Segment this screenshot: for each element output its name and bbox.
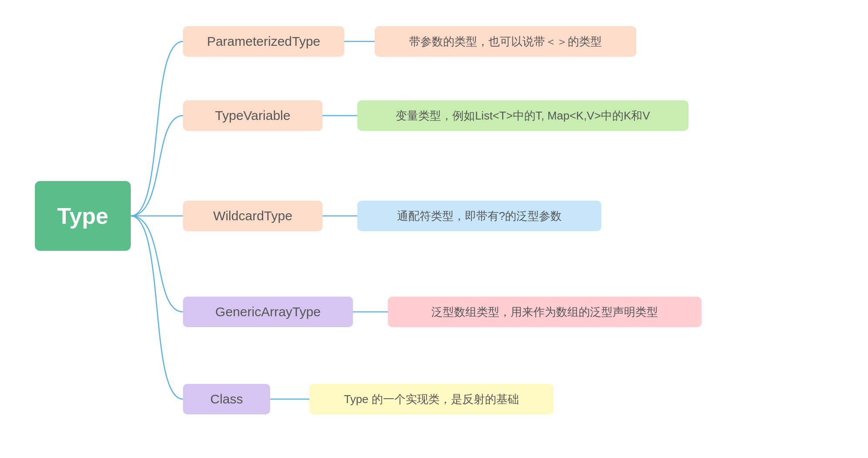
desc-class: Type 的一个实现类，是反射的基础 [309, 384, 553, 414]
root-label: Type [57, 203, 108, 229]
child-typevariable: TypeVariable [183, 100, 322, 131]
child-typevariable-label: TypeVariable [215, 108, 291, 123]
child-wildcardtype: WildcardType [183, 201, 322, 231]
child-class-label: Class [210, 392, 243, 407]
desc-wildcardtype: 通配符类型，即带有?的泛型参数 [357, 201, 601, 231]
desc-wildcardtype-label: 通配符类型，即带有?的泛型参数 [397, 208, 562, 224]
child-genericarraytype: GenericArrayType [183, 297, 353, 327]
child-wildcardtype-label: WildcardType [213, 208, 292, 223]
desc-parameterizedtype-label: 带参数的类型，也可以说带＜＞的类型 [409, 34, 602, 49]
child-parameterizedtype: ParameterizedType [183, 26, 344, 57]
desc-genericarraytype-label: 泛型数组类型，用来作为数组的泛型声明类型 [431, 304, 658, 320]
root-node: Type [35, 181, 131, 251]
desc-typevariable-label: 变量类型，例如List<T>中的T, Map<K,V>中的K和V [396, 108, 650, 123]
desc-parameterizedtype: 带参数的类型，也可以说带＜＞的类型 [375, 26, 636, 57]
child-class: Class [183, 384, 270, 414]
child-genericarraytype-label: GenericArrayType [215, 304, 321, 319]
desc-class-label: Type 的一个实现类，是反射的基础 [344, 392, 519, 407]
diagram-container: Type ParameterizedType 带参数的类型，也可以说带＜＞的类型… [0, 0, 868, 458]
desc-genericarraytype: 泛型数组类型，用来作为数组的泛型声明类型 [388, 297, 702, 327]
child-parameterizedtype-label: ParameterizedType [207, 34, 320, 49]
desc-typevariable: 变量类型，例如List<T>中的T, Map<K,V>中的K和V [357, 100, 688, 131]
